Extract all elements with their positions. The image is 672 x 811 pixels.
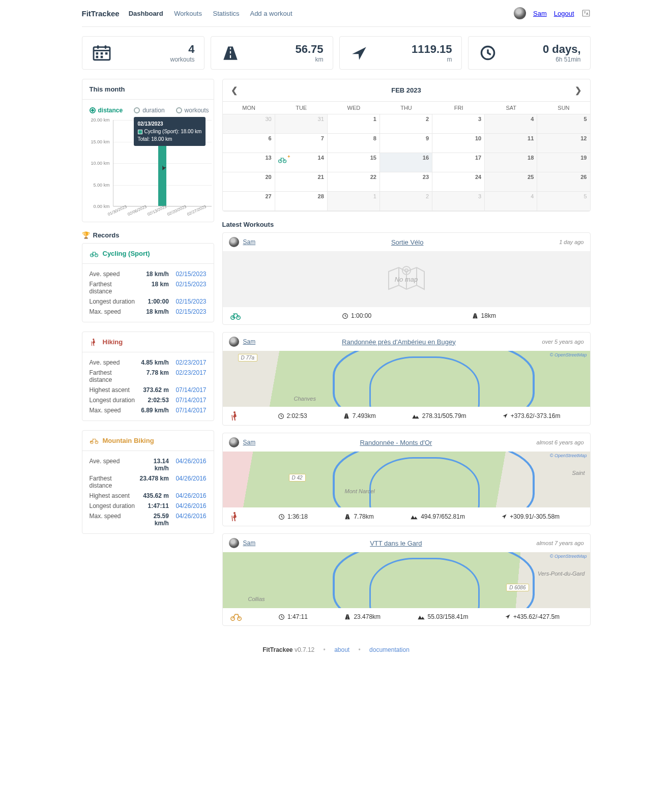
workout-title[interactable]: Randonnée - Monts d'Or [259,439,532,446]
cal-cell[interactable]: 18 [485,153,537,172]
workout-map[interactable]: D 6086ColliasVers-Pont-du-Gard© OpenStre… [223,552,590,608]
cal-cell[interactable]: 12 [537,134,590,153]
radio-distance[interactable]: distance [90,107,123,114]
cal-cell[interactable]: 10 [432,134,485,153]
cal-prev[interactable]: ❮ [231,85,238,95]
cal-cell[interactable]: 9 [380,134,432,153]
record-date-link[interactable]: 02/15/2023 [176,281,206,288]
user-name-link[interactable]: Sam [533,10,547,17]
nav-dashboard[interactable]: Dashboard [129,10,163,17]
cal-cell[interactable]: 13 [223,153,275,172]
cal-cell[interactable]: 2 [380,192,432,211]
records-title: 🏆 Records [82,231,214,239]
record-date-link[interactable]: 07/14/2017 [176,386,206,394]
cal-cell[interactable]: 17 [432,153,485,172]
cal-cell[interactable]: 27 [223,192,275,211]
nav-statistics[interactable]: Statistics [213,10,240,17]
workout-title[interactable]: Randonnée près d'Ambérieu en Bugey [259,338,538,346]
cal-cell[interactable]: 4 [485,114,537,134]
workout-map[interactable]: D 42Mont NarcelSaint© OpenStreetMap [223,452,590,507]
record-date-link[interactable]: 04/26/2016 [176,513,206,520]
osm-attrib[interactable]: © OpenStreetMap [550,352,587,357]
logout-link[interactable]: Logout [554,10,574,17]
cal-cell[interactable]: 16 [380,153,432,172]
record-date-link[interactable]: 04/26/2016 [176,502,206,509]
cal-cell[interactable]: 20 [223,172,275,192]
avatar[interactable] [514,7,526,19]
cal-cell[interactable]: 28 [275,192,328,211]
stat-duration-value: 0 days, [505,43,581,56]
osm-attrib[interactable]: © OpenStreetMap [550,554,587,559]
record-date-link[interactable]: 02/15/2023 [176,308,206,315]
cal-cell[interactable]: 8 [328,134,380,153]
cal-cell[interactable]: 19 [537,153,590,172]
stat-ascent: 1119.15m [339,36,462,70]
radio-workouts[interactable]: workouts [176,107,209,114]
cal-cell[interactable]: 2 [380,114,432,134]
cal-cell[interactable]: 21 [275,172,328,192]
record-date-link[interactable]: 02/15/2023 [176,271,206,278]
stat-duration-label: 6h 51min [505,56,581,63]
record-date-link[interactable]: 07/14/2017 [176,397,206,404]
cal-cell[interactable]: 6 [223,134,275,153]
cal-cell[interactable]: 31 [275,114,328,134]
cal-cell[interactable]: 22 [328,172,380,192]
cal-cell[interactable]: 4 [485,192,537,211]
record-date-link[interactable]: 04/26/2016 [176,492,206,499]
cal-cell[interactable]: 5 [537,114,590,134]
stat-distance-label: km [248,56,324,63]
nav-workouts[interactable]: Workouts [174,10,202,17]
cal-cell[interactable]: 7 [275,134,328,153]
record-row: Highest ascent373.62 m07/14/2017 [90,385,207,395]
workout-user[interactable]: Sam [243,439,256,446]
workout-title[interactable]: VTT dans le Gard [259,539,532,547]
record-date-link[interactable]: 02/15/2023 [176,298,206,305]
workout-user[interactable]: Sam [243,338,256,345]
language-icon[interactable] [581,9,591,18]
record-sport-name: Cycling (Sport) [103,250,150,257]
workout-map[interactable]: D 77aChanves© OpenStreetMap [223,351,590,407]
avatar[interactable] [229,538,239,548]
workout-when: almost 6 years ago [537,439,584,445]
avatar[interactable] [229,437,239,447]
workout-card: SamRandonnée près d'Ambérieu en Bugeyove… [222,332,591,426]
cal-cell[interactable]: 5 [537,192,590,211]
cal-cell[interactable]: 23 [380,172,432,192]
avatar[interactable] [229,237,239,247]
workout-sport-icon [230,612,242,621]
stat-ascent-value: 1119.15 [376,43,452,56]
record-date-link[interactable]: 02/23/2017 [176,369,206,376]
workout-title[interactable]: Sortie Vélo [259,238,555,246]
svg-rect-7 [96,56,98,58]
workout-user[interactable]: Sam [243,539,256,547]
cal-cell[interactable]: 30 [223,114,275,134]
workout-user[interactable]: Sam [243,238,256,246]
cal-cell[interactable]: 1 [328,114,380,134]
cal-cell[interactable]: 15 [328,153,380,172]
footer-docs[interactable]: documentation [369,646,410,653]
nav-add-workout[interactable]: Add a workout [250,10,292,17]
osm-attrib[interactable]: © OpenStreetMap [550,453,587,458]
radio-duration[interactable]: duration [134,107,164,114]
cal-cell[interactable]: 14✦ [275,153,328,172]
cal-cell[interactable]: 24 [432,172,485,192]
workout-stat: 7.493km [343,412,376,419]
record-date-link[interactable]: 07/14/2017 [176,407,206,414]
cal-cell[interactable]: 25 [485,172,537,192]
svg-point-27 [237,617,241,620]
cal-cell[interactable]: 3 [432,192,485,211]
record-date-link[interactable]: 04/26/2016 [176,458,206,465]
footer-about[interactable]: about [334,646,349,653]
svg-rect-4 [96,52,98,55]
cal-next[interactable]: ❯ [575,85,581,95]
cal-workout-icon[interactable]: ✦ [278,155,291,163]
record-date-link[interactable]: 02/23/2017 [176,359,206,366]
stat-workouts: 4workouts [82,36,204,70]
cal-cell[interactable]: 3 [432,114,485,134]
cal-cell[interactable]: 11 [485,134,537,153]
cal-day-header: MON [223,102,275,114]
record-date-link[interactable]: 04/26/2016 [176,475,206,482]
avatar[interactable] [229,337,239,347]
cal-cell[interactable]: 26 [537,172,590,192]
cal-cell[interactable]: 1 [328,192,380,211]
